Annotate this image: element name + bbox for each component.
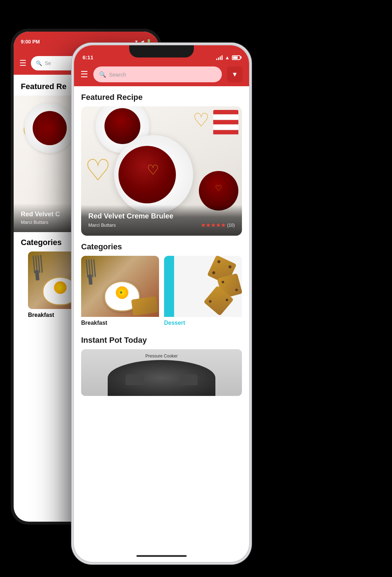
featured-section-title: Featured Recipe	[74, 86, 249, 106]
categories-section-title: Categories	[74, 236, 249, 256]
dessert-category-card[interactable]: Dessert	[164, 256, 242, 329]
featured-recipe-rating: ★★★★★ (10)	[201, 222, 235, 229]
back-fork-decor	[33, 255, 43, 273]
instant-pot-pot	[108, 360, 215, 396]
dessert-category-image	[164, 256, 242, 317]
herb-1	[120, 291, 122, 294]
featured-recipe-meta: Marci Buttars ★★★★★ (10)	[88, 222, 235, 229]
rating-stars: ★★★★★	[201, 222, 226, 229]
wifi-icon: ▲	[225, 55, 230, 60]
breakfast-bread	[131, 296, 158, 315]
front-search-bar[interactable]: 🔍 Search	[93, 66, 222, 82]
instant-pot-image[interactable]: Pressure Cooker Mini – 3 Quart Plus – 6 …	[81, 349, 242, 396]
breakfast-fork-icon	[86, 259, 96, 278]
instant-pot-label: Pressure Cooker	[145, 354, 178, 359]
categories-row: Breakfast	[74, 256, 249, 329]
search-icon: 🔍	[99, 71, 106, 78]
signal-bar-3	[220, 56, 221, 60]
back-search-text: Se	[45, 60, 51, 66]
back-time: 9:00 PM	[21, 39, 40, 45]
hamburger-menu-icon[interactable]: ☰	[80, 69, 88, 79]
dessert-stripe	[164, 256, 174, 317]
front-status-right: ▲	[216, 55, 241, 60]
front-toolbar: ☰ 🔍 Search ▼	[74, 63, 249, 86]
back-search-icon: 🔍	[36, 60, 42, 66]
breakfast-category-image	[81, 256, 159, 317]
featured-heart-top: ♡	[193, 109, 210, 131]
back-bowl-tl	[33, 111, 67, 145]
featured-recipe-card[interactable]: ♡ ♡ ♡ ♡ Red Velvet Creme Brulee	[81, 106, 242, 236]
dessert-label: Dessert	[164, 317, 242, 329]
featured-heart-small: ♡	[215, 184, 222, 193]
featured-heart-main: ♡	[147, 162, 159, 178]
breakfast-label: Breakfast	[81, 317, 159, 329]
back-egg-yolk	[54, 281, 67, 294]
featured-heart-left: ♡	[85, 153, 111, 187]
featured-bowl-top	[104, 108, 140, 144]
home-indicator[interactable]	[136, 555, 187, 557]
front-time: 6:11	[83, 54, 93, 60]
front-content: Featured Recipe	[74, 86, 249, 562]
instant-pot-section-title: Instant Pot Today	[74, 329, 249, 349]
search-placeholder-text: Search	[109, 71, 126, 78]
breakfast-category-card[interactable]: Breakfast	[81, 256, 159, 329]
front-phone: 6:11 ▲ ☰ 🔍	[72, 43, 251, 564]
signal-bar-2	[218, 57, 219, 60]
featured-overlay: Red Velvet Creme Brulee Marci Buttars ★★…	[81, 205, 242, 236]
napkin-decoration	[213, 110, 238, 139]
back-menu-icon[interactable]: ☰	[19, 59, 27, 68]
signal-bar-4	[221, 55, 223, 60]
phone-notch	[129, 45, 194, 57]
featured-recipe-author: Marci Buttars	[88, 222, 116, 228]
instant-pot-handle-left	[126, 374, 144, 385]
featured-recipe-title: Red Velvet Creme Brulee	[88, 212, 235, 220]
filter-icon: ▼	[232, 71, 238, 78]
battery-icon	[232, 55, 241, 60]
signal-bars-icon	[216, 55, 223, 60]
instant-pot-handle-right	[179, 374, 197, 385]
filter-button[interactable]: ▼	[227, 66, 243, 82]
rating-count: (10)	[227, 223, 235, 228]
signal-bar-1	[216, 59, 217, 60]
